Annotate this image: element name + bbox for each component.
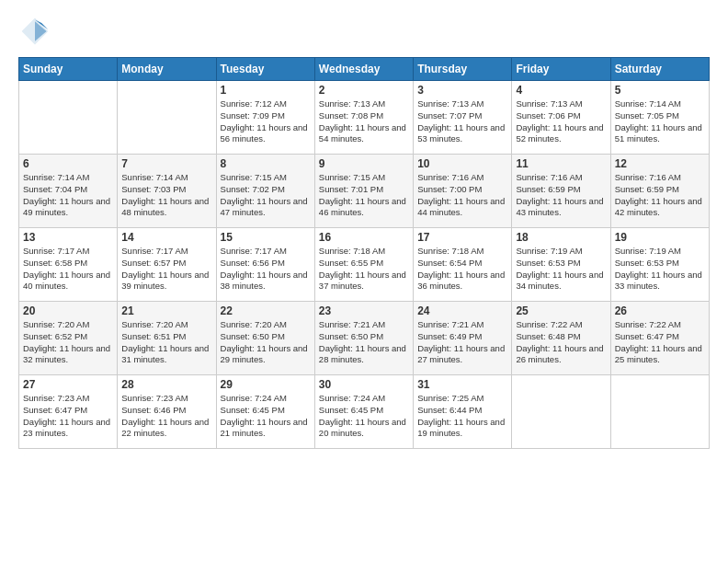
calendar-cell: 31Sunrise: 7:25 AMSunset: 6:44 PMDayligh… [414,375,512,449]
calendar-cell: 30Sunrise: 7:24 AMSunset: 6:45 PMDayligh… [314,375,413,449]
calendar-cell: 26Sunrise: 7:22 AMSunset: 6:47 PMDayligh… [610,302,709,375]
day-number: 1 [221,84,311,97]
day-info: Sunrise: 7:19 AMSunset: 6:53 PMDaylight:… [615,246,705,293]
day-info: Sunrise: 7:18 AMSunset: 6:55 PMDaylight:… [319,246,409,293]
day-number: 18 [516,231,606,244]
calendar-cell [19,81,118,155]
calendar-cell: 24Sunrise: 7:21 AMSunset: 6:49 PMDayligh… [414,302,512,375]
day-number: 25 [516,304,606,317]
calendar-cell: 9Sunrise: 7:15 AMSunset: 7:01 PMDaylight… [314,155,413,228]
calendar-cell: 22Sunrise: 7:20 AMSunset: 6:50 PMDayligh… [216,302,314,375]
page: SundayMondayTuesdayWednesdayThursdayFrid… [0,0,728,458]
calendar-cell: 4Sunrise: 7:13 AMSunset: 7:06 PMDaylight… [512,81,610,155]
day-info: Sunrise: 7:23 AMSunset: 6:46 PMDaylight:… [121,393,211,440]
day-number: 21 [121,304,211,317]
day-number: 23 [319,304,409,317]
calendar-cell: 14Sunrise: 7:17 AMSunset: 6:57 PMDayligh… [118,228,216,302]
day-number: 31 [417,378,507,391]
logo-icon [18,15,51,48]
day-info: Sunrise: 7:22 AMSunset: 6:47 PMDaylight:… [615,319,705,366]
calendar-week-5: 27Sunrise: 7:23 AMSunset: 6:47 PMDayligh… [19,375,710,449]
day-number: 17 [417,231,507,244]
weekday-header-row: SundayMondayTuesdayWednesdayThursdayFrid… [19,58,710,81]
day-info: Sunrise: 7:21 AMSunset: 6:50 PMDaylight:… [319,319,409,366]
day-info: Sunrise: 7:14 AMSunset: 7:05 PMDaylight:… [615,98,705,145]
weekday-tuesday: Tuesday [216,58,314,81]
day-info: Sunrise: 7:13 AMSunset: 7:08 PMDaylight:… [319,98,409,145]
day-number: 9 [319,157,409,170]
day-info: Sunrise: 7:15 AMSunset: 7:02 PMDaylight:… [221,172,311,219]
day-info: Sunrise: 7:13 AMSunset: 7:06 PMDaylight:… [516,98,606,145]
weekday-saturday: Saturday [610,58,709,81]
day-number: 20 [23,304,113,317]
day-info: Sunrise: 7:14 AMSunset: 7:03 PMDaylight:… [121,172,211,219]
calendar-cell: 7Sunrise: 7:14 AMSunset: 7:03 PMDaylight… [118,155,216,228]
calendar-cell [118,81,216,155]
day-info: Sunrise: 7:12 AMSunset: 7:09 PMDaylight:… [221,98,311,145]
day-number: 3 [417,84,507,97]
calendar-cell: 27Sunrise: 7:23 AMSunset: 6:47 PMDayligh… [19,375,118,449]
day-info: Sunrise: 7:24 AMSunset: 6:45 PMDaylight:… [319,393,409,440]
day-number: 4 [516,84,606,97]
day-info: Sunrise: 7:19 AMSunset: 6:53 PMDaylight:… [516,246,606,293]
day-info: Sunrise: 7:17 AMSunset: 6:56 PMDaylight:… [221,246,311,293]
calendar-cell: 15Sunrise: 7:17 AMSunset: 6:56 PMDayligh… [216,228,314,302]
day-number: 28 [121,378,211,391]
calendar-cell: 28Sunrise: 7:23 AMSunset: 6:46 PMDayligh… [118,375,216,449]
day-info: Sunrise: 7:15 AMSunset: 7:01 PMDaylight:… [319,172,409,219]
day-number: 7 [121,157,211,170]
day-number: 30 [319,378,409,391]
calendar-cell: 12Sunrise: 7:16 AMSunset: 6:59 PMDayligh… [610,155,709,228]
day-number: 16 [319,231,409,244]
calendar-cell: 6Sunrise: 7:14 AMSunset: 7:04 PMDaylight… [19,155,118,228]
day-number: 8 [221,157,311,170]
calendar-cell: 19Sunrise: 7:19 AMSunset: 6:53 PMDayligh… [610,228,709,302]
calendar-cell: 20Sunrise: 7:20 AMSunset: 6:52 PMDayligh… [19,302,118,375]
day-info: Sunrise: 7:21 AMSunset: 6:49 PMDaylight:… [417,319,507,366]
day-info: Sunrise: 7:24 AMSunset: 6:45 PMDaylight:… [221,393,311,440]
calendar-week-4: 20Sunrise: 7:20 AMSunset: 6:52 PMDayligh… [19,302,710,375]
day-info: Sunrise: 7:17 AMSunset: 6:58 PMDaylight:… [23,246,113,293]
day-number: 2 [319,84,409,97]
day-info: Sunrise: 7:20 AMSunset: 6:51 PMDaylight:… [121,319,211,366]
logo [18,15,57,48]
day-info: Sunrise: 7:16 AMSunset: 7:00 PMDaylight:… [417,172,507,219]
calendar-cell: 29Sunrise: 7:24 AMSunset: 6:45 PMDayligh… [216,375,314,449]
day-number: 11 [516,157,606,170]
day-info: Sunrise: 7:25 AMSunset: 6:44 PMDaylight:… [417,393,507,440]
day-number: 12 [615,157,705,170]
calendar-cell: 25Sunrise: 7:22 AMSunset: 6:48 PMDayligh… [512,302,610,375]
calendar-cell: 11Sunrise: 7:16 AMSunset: 6:59 PMDayligh… [512,155,610,228]
day-number: 22 [221,304,311,317]
day-info: Sunrise: 7:20 AMSunset: 6:52 PMDaylight:… [23,319,113,366]
day-info: Sunrise: 7:13 AMSunset: 7:07 PMDaylight:… [417,98,507,145]
day-number: 6 [23,157,113,170]
day-number: 19 [615,231,705,244]
day-number: 14 [121,231,211,244]
weekday-monday: Monday [118,58,216,81]
calendar-cell [512,375,610,449]
weekday-wednesday: Wednesday [314,58,413,81]
calendar-cell: 21Sunrise: 7:20 AMSunset: 6:51 PMDayligh… [118,302,216,375]
calendar-cell: 5Sunrise: 7:14 AMSunset: 7:05 PMDaylight… [610,81,709,155]
calendar-cell: 2Sunrise: 7:13 AMSunset: 7:08 PMDaylight… [314,81,413,155]
day-info: Sunrise: 7:23 AMSunset: 6:47 PMDaylight:… [23,393,113,440]
calendar-cell: 1Sunrise: 7:12 AMSunset: 7:09 PMDaylight… [216,81,314,155]
calendar-cell: 18Sunrise: 7:19 AMSunset: 6:53 PMDayligh… [512,228,610,302]
day-number: 24 [417,304,507,317]
calendar-table: SundayMondayTuesdayWednesdayThursdayFrid… [18,57,710,449]
day-info: Sunrise: 7:16 AMSunset: 6:59 PMDaylight:… [516,172,606,219]
weekday-sunday: Sunday [19,58,118,81]
day-info: Sunrise: 7:17 AMSunset: 6:57 PMDaylight:… [121,246,211,293]
day-info: Sunrise: 7:14 AMSunset: 7:04 PMDaylight:… [23,172,113,219]
day-number: 15 [221,231,311,244]
day-number: 5 [615,84,705,97]
calendar-cell: 10Sunrise: 7:16 AMSunset: 7:00 PMDayligh… [414,155,512,228]
day-info: Sunrise: 7:18 AMSunset: 6:54 PMDaylight:… [417,246,507,293]
weekday-thursday: Thursday [414,58,512,81]
calendar-week-2: 6Sunrise: 7:14 AMSunset: 7:04 PMDaylight… [19,155,710,228]
calendar-cell: 17Sunrise: 7:18 AMSunset: 6:54 PMDayligh… [414,228,512,302]
day-info: Sunrise: 7:20 AMSunset: 6:50 PMDaylight:… [221,319,311,366]
calendar-cell: 3Sunrise: 7:13 AMSunset: 7:07 PMDaylight… [414,81,512,155]
calendar-cell: 13Sunrise: 7:17 AMSunset: 6:58 PMDayligh… [19,228,118,302]
